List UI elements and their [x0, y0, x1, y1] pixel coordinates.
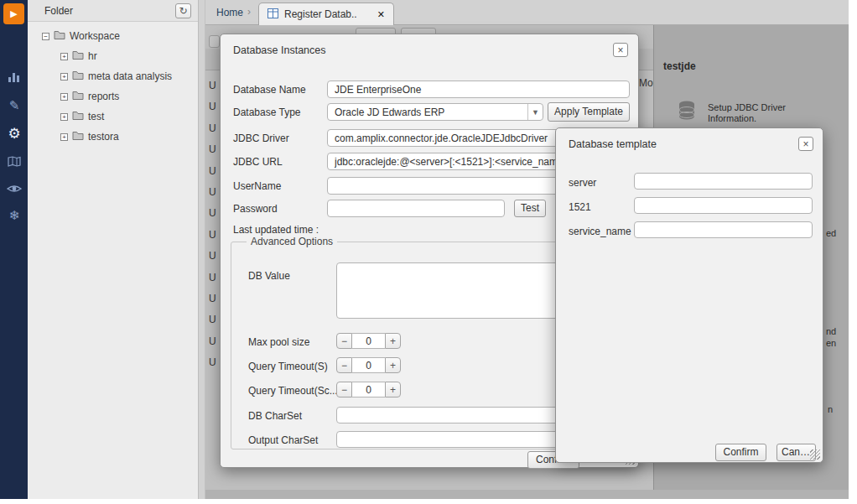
max-pool-value[interactable]: 0: [352, 333, 385, 349]
close-icon[interactable]: ×: [798, 137, 813, 151]
compose-icon[interactable]: ✎: [6, 97, 23, 114]
folder-panel: Folder ↻ − Workspace + hr + meta data an…: [28, 0, 199, 499]
snowflake-icon[interactable]: ❄: [6, 207, 23, 224]
eye-icon[interactable]: [6, 180, 23, 197]
app-sidebar: ▶ ✎ ⚙ ❄: [0, 0, 28, 499]
breadcrumb-home[interactable]: Home: [216, 7, 243, 18]
bar-chart-icon[interactable]: [6, 69, 23, 86]
map-icon[interactable]: [6, 153, 23, 169]
selected-option: Oracle JD Edwards ERP: [335, 107, 527, 118]
table-icon: [267, 8, 278, 21]
max-pool-size-label: Max pool size: [248, 336, 309, 348]
folder-icon: [54, 30, 65, 42]
query-timeout-script-increment-button[interactable]: +: [385, 382, 401, 397]
tree-item-workspace[interactable]: − Workspace: [42, 28, 120, 44]
test-connection-button[interactable]: Test: [514, 200, 546, 217]
tree-item-label: testora: [88, 131, 119, 143]
refresh-icon[interactable]: ↻: [175, 3, 191, 18]
port-label: 1521: [569, 201, 591, 213]
db-value-label: DB Value: [248, 270, 290, 282]
max-pool-increment-button[interactable]: +: [385, 333, 401, 349]
tree-item-label: meta data analysis: [88, 70, 172, 82]
panel-splitter[interactable]: [199, 0, 205, 499]
apply-template-button[interactable]: Apply Template: [548, 102, 630, 122]
server-label: server: [569, 177, 596, 189]
jdbc-url-label: JDBC URL: [233, 156, 283, 168]
expand-toggle-icon[interactable]: +: [60, 133, 68, 141]
folder-icon: [72, 50, 84, 62]
tree-item-hr[interactable]: + hr: [60, 48, 97, 65]
server-field[interactable]: [634, 173, 813, 190]
tab-close-icon[interactable]: ✕: [377, 9, 385, 20]
folder-icon: [72, 111, 84, 122]
expand-toggle-icon[interactable]: +: [60, 93, 68, 101]
password-field[interactable]: [327, 200, 505, 217]
output-charset-label: Output CharSet: [248, 434, 318, 446]
query-timeout-s-label: Query Timeout(S): [248, 361, 328, 372]
database-template-dialog: Database template × server 1521 service_…: [555, 127, 823, 463]
query-timeout-s-increment-button[interactable]: +: [385, 357, 401, 373]
advanced-options-legend: Advanced Options: [247, 236, 337, 247]
tree-item-testora[interactable]: + testora: [60, 128, 119, 145]
tree-item-test[interactable]: + test: [60, 108, 104, 125]
tree-item-meta-data-analysis[interactable]: + meta data analysis: [60, 68, 172, 85]
tab-register-database[interactable]: Register Datab.. ✕: [258, 3, 394, 25]
folder-icon: [72, 70, 84, 82]
gear-icon[interactable]: ⚙: [6, 125, 23, 142]
query-timeout-s-decrement-button[interactable]: −: [336, 357, 352, 373]
query-timeout-script-decrement-button[interactable]: −: [336, 382, 352, 397]
database-type-select[interactable]: Oracle JD Edwards ERP ▼: [327, 103, 543, 121]
query-timeout-script-value[interactable]: 0: [352, 382, 385, 397]
port-field[interactable]: [634, 197, 813, 214]
resize-handle[interactable]: [810, 449, 820, 460]
app-logo-icon[interactable]: ▶: [3, 3, 24, 24]
database-name-field[interactable]: [327, 81, 630, 98]
password-label: Password: [233, 203, 278, 215]
folder-icon: [72, 91, 84, 102]
breadcrumb-separator-icon: ›: [247, 6, 251, 18]
tab-bar: Home › Register Datab.. ✕: [205, 0, 849, 25]
expand-toggle-icon[interactable]: +: [60, 113, 68, 121]
db-charset-label: DB CharSet: [248, 410, 302, 422]
expand-toggle-icon[interactable]: +: [60, 73, 68, 81]
username-label: UserName: [233, 180, 281, 192]
database-type-label: Database Type: [233, 107, 301, 118]
folder-panel-title: Folder: [44, 5, 73, 17]
tree-item-label: reports: [88, 91, 119, 102]
max-pool-decrement-button[interactable]: −: [336, 333, 352, 349]
collapse-toggle-icon[interactable]: −: [42, 33, 49, 40]
dialog-title: Database template: [569, 138, 657, 150]
query-timeout-script-label: Query Timeout(Sc...: [248, 385, 338, 397]
dialog-title: Database Instances: [233, 44, 326, 56]
tab-label: Register Datab..: [284, 8, 371, 20]
tree-item-label: test: [88, 111, 104, 122]
tree-item-reports[interactable]: + reports: [60, 88, 119, 105]
last-updated-label: Last updated time :: [233, 224, 319, 236]
confirm-button[interactable]: Confirm: [715, 444, 766, 461]
jdbc-driver-label: JDBC Driver: [233, 132, 289, 144]
tree-item-label: hr: [88, 50, 97, 62]
chevron-down-icon: ▼: [527, 104, 543, 120]
close-icon[interactable]: ×: [613, 43, 628, 57]
database-name-label: Database Name: [233, 84, 306, 96]
app-window: ▶ ✎ ⚙ ❄ Folder ↻ − Workspace + hr +: [0, 0, 857, 504]
folder-panel-header: Folder ↻: [28, 0, 198, 22]
service-name-field[interactable]: [634, 221, 813, 238]
tree-item-label: Workspace: [70, 30, 120, 42]
query-timeout-s-value[interactable]: 0: [352, 357, 385, 373]
service-name-label: service_name: [569, 226, 631, 237]
expand-toggle-icon[interactable]: +: [60, 53, 68, 60]
folder-icon: [72, 131, 84, 143]
